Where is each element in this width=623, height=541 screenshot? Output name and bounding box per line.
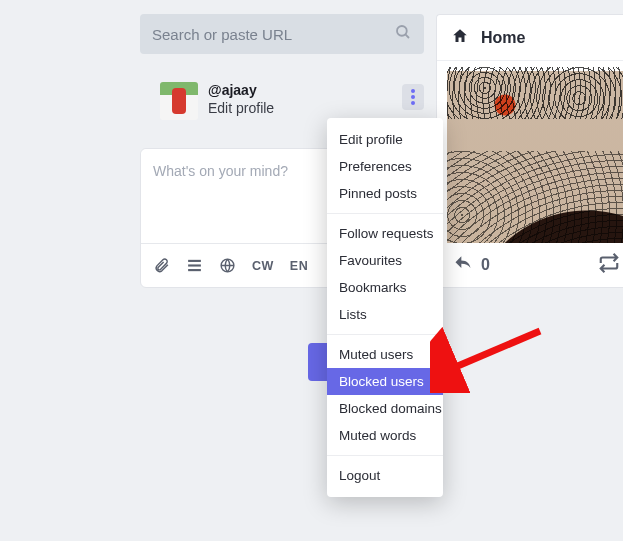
menu-item-lists[interactable]: Lists (327, 301, 443, 328)
cw-toggle[interactable]: CW (252, 259, 274, 273)
search-icon (394, 23, 412, 45)
reply-count: 0 (481, 256, 490, 274)
menu-item-muted-words[interactable]: Muted words (327, 422, 443, 449)
menu-item-favourites[interactable]: Favourites (327, 247, 443, 274)
menu-item-blocked-domains[interactable]: Blocked domains (327, 395, 443, 422)
menu-item-preferences[interactable]: Preferences (327, 153, 443, 180)
poll-icon[interactable] (186, 257, 203, 274)
timeline-column: Home 0 (436, 14, 623, 288)
svg-rect-2 (188, 260, 201, 262)
search-input[interactable] (152, 26, 394, 43)
column-title: Home (481, 29, 525, 47)
profile-header: @ajaay Edit profile (140, 82, 424, 120)
language-picker[interactable]: EN (290, 259, 308, 273)
menu-item-edit-profile[interactable]: Edit profile (327, 126, 443, 153)
more-menu-button[interactable] (402, 84, 424, 110)
svg-rect-4 (188, 269, 201, 271)
search-bar[interactable] (140, 14, 424, 54)
svg-rect-3 (188, 264, 201, 266)
reply-icon[interactable] (453, 253, 473, 277)
menu-item-follow-requests[interactable]: Follow requests (327, 220, 443, 247)
status-media[interactable]: 0 (437, 61, 623, 287)
column-header[interactable]: Home (437, 15, 623, 61)
menu-separator (327, 455, 443, 456)
svg-point-0 (397, 26, 407, 36)
menu-separator (327, 213, 443, 214)
attach-icon[interactable] (153, 257, 170, 274)
status-action-bar: 0 (437, 243, 623, 287)
svg-line-1 (405, 34, 409, 38)
menu-item-muted-users[interactable]: Muted users (327, 341, 443, 368)
username[interactable]: @ajaay (208, 82, 274, 98)
annotation-arrow (430, 323, 550, 393)
edit-profile-link[interactable]: Edit profile (208, 100, 274, 116)
boost-icon[interactable] (598, 252, 620, 278)
svg-line-6 (446, 331, 540, 371)
menu-item-logout[interactable]: Logout (327, 462, 443, 489)
menu-item-blocked-users[interactable]: Blocked users (327, 368, 443, 395)
globe-icon[interactable] (219, 257, 236, 274)
menu-item-bookmarks[interactable]: Bookmarks (327, 274, 443, 301)
menu-separator (327, 334, 443, 335)
account-menu: Edit profilePreferencesPinned postsFollo… (327, 118, 443, 497)
home-icon (451, 27, 469, 49)
dots-vertical-icon (411, 89, 415, 105)
menu-item-pinned-posts[interactable]: Pinned posts (327, 180, 443, 207)
avatar[interactable] (160, 82, 198, 120)
